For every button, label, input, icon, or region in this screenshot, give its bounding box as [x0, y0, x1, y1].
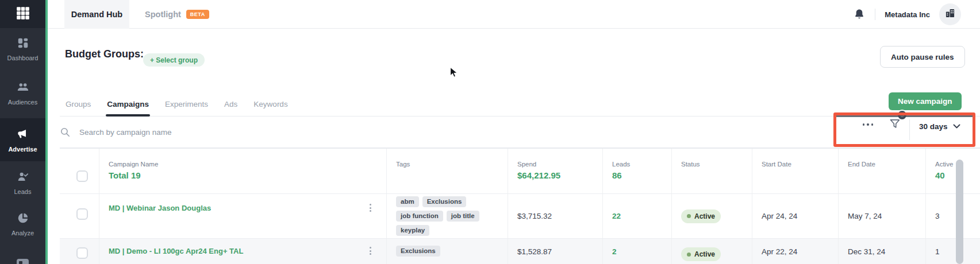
building-icon	[944, 7, 956, 21]
tab-label: Spotlight	[145, 10, 181, 19]
end-date-value: May 7, 24	[848, 212, 882, 220]
col-header-campaign-name: Campaign Name	[109, 161, 386, 168]
search-row	[60, 117, 980, 148]
divider	[875, 9, 875, 20]
search-input[interactable]	[78, 127, 366, 137]
tag-pill: Exclusions	[422, 196, 467, 207]
select-all-checkbox[interactable]	[76, 170, 88, 182]
bell-icon[interactable]	[853, 8, 866, 21]
mouse-cursor	[449, 67, 460, 81]
leads-value[interactable]: 2	[612, 247, 617, 256]
end-date-value: Dec 31, 24	[848, 247, 885, 256]
divider	[909, 119, 910, 140]
filter-count-badge: 3	[897, 110, 908, 121]
sidebar-item-label: Dashboard	[7, 55, 39, 61]
tab-demand-hub[interactable]: Demand Hub	[64, 0, 129, 29]
sidebar-item-audiences[interactable]: Audiences	[0, 81, 45, 106]
col-header-status: Status	[681, 161, 752, 168]
total-spend: $64,212.95	[517, 170, 602, 180]
person-check-icon	[17, 170, 29, 184]
sidebar-item-label: Analyze	[11, 230, 34, 236]
sidebar-item-dashboard[interactable]: Dashboard	[0, 37, 45, 61]
new-campaign-button[interactable]: New campaign	[889, 92, 962, 110]
row-checkbox[interactable]	[76, 247, 88, 259]
beta-badge: BETA	[186, 10, 209, 19]
col-header-start-date: Start Date	[762, 161, 838, 168]
tab-ads[interactable]: Ads	[224, 92, 237, 116]
funnel-icon	[889, 124, 902, 133]
section-tabs: Groups Campaigns Experiments Ads Keyword…	[60, 92, 980, 117]
col-header-tags: Tags	[396, 161, 508, 168]
sidebar-item-label: Advertise	[8, 146, 37, 153]
sidebar-item-advertise[interactable]: Advertise	[0, 118, 45, 161]
campaign-name-link[interactable]: MD | Webinar Jason Douglas	[109, 204, 386, 212]
date-range-dropdown[interactable]: 30 days	[916, 122, 964, 131]
sidebar-item-leads[interactable]: Leads	[0, 170, 45, 195]
sidebar-accent-line	[45, 0, 48, 264]
status-label: Active	[694, 212, 715, 220]
status-label: Active	[694, 250, 715, 258]
sidebar: Dashboard Audiences Advertise	[0, 0, 45, 264]
tab-keywords[interactable]: Keywords	[253, 92, 287, 116]
col-header-end-date: End Date	[848, 161, 925, 168]
total-campaigns: Total 19	[109, 170, 386, 180]
app-screen: Dashboard Audiences Advertise	[0, 0, 980, 264]
org-name: Metadata Inc	[885, 10, 930, 19]
sidebar-item-label: Audiences	[8, 99, 37, 106]
apps-grid-icon	[16, 6, 30, 23]
auto-pause-rules-button[interactable]: Auto pause rules	[880, 46, 965, 68]
search-icon	[60, 127, 71, 138]
table-scrollbar[interactable]	[956, 160, 963, 264]
card-icon	[17, 259, 29, 264]
table-header-row: Campaign Name Total 19 Tags Spend $64,21…	[60, 149, 980, 194]
campaign-name-link[interactable]: MD | Demo - LI 100gc Apr24 Eng+ TAL	[109, 247, 386, 255]
tag-pill: job function	[396, 211, 443, 222]
pie-chart-icon	[17, 212, 29, 226]
tag-pill: job title	[447, 211, 479, 222]
leads-value[interactable]: 22	[612, 212, 621, 220]
status-badge: Active	[681, 247, 721, 261]
status-badge: Active	[681, 209, 721, 223]
start-date-value: Apr 22, 24	[762, 247, 797, 256]
col-header-spend: Spend	[517, 161, 602, 168]
megaphone-icon	[17, 128, 29, 142]
col-header-leads: Leads	[612, 161, 671, 168]
spend-value: $1,528.87	[517, 247, 552, 256]
tab-campaigns[interactable]: Campaigns	[107, 92, 149, 116]
row-actions-kebab[interactable]	[367, 201, 374, 214]
date-range-label: 30 days	[919, 122, 948, 131]
campaigns-table: Campaign Name Total 19 Tags Spend $64,21…	[60, 148, 980, 264]
tab-groups[interactable]: Groups	[66, 92, 91, 116]
more-options-button[interactable]	[859, 118, 877, 131]
sidebar-item-analyze[interactable]: Analyze	[0, 212, 45, 236]
table-row: MD | Demo - LI 100gc Apr24 Eng+ TAL Excl…	[60, 239, 980, 264]
chevron-down-icon	[953, 124, 960, 129]
sidebar-item-partial[interactable]	[0, 259, 45, 264]
top-bar: Demand Hub Spotlight BETA Metadata Inc	[48, 0, 980, 29]
sidebar-item-label: Leads	[14, 188, 32, 195]
status-dot-icon	[687, 214, 691, 218]
dashboard-icon	[17, 37, 29, 51]
page-title: Budget Groups:	[65, 48, 144, 60]
audiences-icon	[17, 81, 29, 95]
row-checkbox[interactable]	[76, 208, 88, 220]
status-dot-icon	[687, 253, 691, 257]
tag-pill: abm	[396, 196, 419, 207]
total-leads: 86	[612, 170, 671, 180]
spend-value: $3,715.32	[517, 212, 552, 220]
select-group-button[interactable]: + Select group	[143, 53, 205, 67]
table-row: MD | Webinar Jason Douglas abm Exclusion…	[60, 194, 980, 239]
tab-experiments[interactable]: Experiments	[165, 92, 208, 116]
tag-pill: Exclusions	[396, 246, 440, 257]
org-avatar[interactable]	[939, 3, 961, 25]
tab-spotlight[interactable]: Spotlight BETA	[145, 0, 209, 29]
active-count-value: 3	[935, 212, 940, 220]
topbar-right: Metadata Inc	[853, 0, 961, 29]
start-date-value: Apr 24, 24	[762, 212, 797, 220]
row-actions-kebab[interactable]	[367, 244, 374, 257]
apps-menu-button[interactable]	[0, 0, 45, 28]
tag-pill: keyplay	[396, 225, 429, 236]
tab-label: Demand Hub	[71, 10, 122, 19]
active-count-value: 1	[935, 247, 940, 256]
